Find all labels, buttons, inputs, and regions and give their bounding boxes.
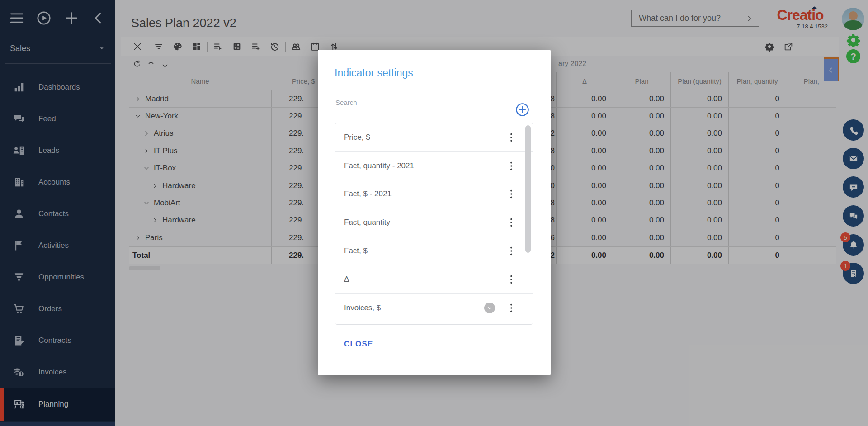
indicator-label: Fact, $ - 2021 — [344, 189, 392, 199]
indicator-item[interactable]: Fact, quantity — [335, 208, 533, 237]
kebab-menu-icon[interactable] — [509, 189, 513, 199]
add-indicator-button[interactable] — [515, 102, 530, 117]
indicator-item[interactable]: Fact, $ — [335, 237, 533, 265]
indicator-dropdown-badge[interactable] — [484, 303, 495, 313]
indicator-label: Fact, quantity - 2021 — [344, 161, 414, 170]
indicator-list-scrollbar[interactable] — [525, 125, 531, 253]
indicator-item[interactable]: Price, $ — [335, 123, 533, 152]
indicator-label: Invoices, $ — [344, 303, 381, 312]
indicator-label: Δ — [344, 275, 349, 284]
indicator-item[interactable]: Fact, $ - 2021 — [335, 180, 533, 209]
indicator-item[interactable]: Invoices, $ — [335, 294, 533, 322]
kebab-menu-icon[interactable] — [509, 275, 513, 284]
indicator-label: Price, $ — [344, 133, 370, 142]
indicator-item[interactable]: Fact, quantity - 2021 — [335, 152, 533, 180]
indicator-search-input[interactable] — [335, 96, 475, 109]
kebab-menu-icon[interactable] — [509, 246, 513, 256]
indicator-item[interactable]: Δ — [335, 265, 533, 294]
indicator-label: Fact, quantity — [344, 218, 390, 227]
indicator-list: Price, $Fact, quantity - 2021Fact, $ - 2… — [335, 123, 533, 325]
kebab-menu-icon[interactable] — [509, 218, 513, 227]
indicator-label: Fact, $ — [344, 246, 368, 256]
kebab-menu-icon[interactable] — [509, 133, 513, 142]
kebab-menu-icon[interactable] — [509, 303, 513, 313]
indicator-settings-dialog: Indicator settings Price, $Fact, quantit… — [318, 50, 551, 375]
kebab-menu-icon[interactable] — [509, 161, 513, 171]
creatio-app: Sales Dashboards Feed Leads Accounts Con… — [0, 0, 868, 426]
dialog-title: Indicator settings — [335, 67, 413, 79]
close-button[interactable]: CLOSE — [341, 339, 376, 349]
indicator-item-partial — [335, 322, 533, 325]
